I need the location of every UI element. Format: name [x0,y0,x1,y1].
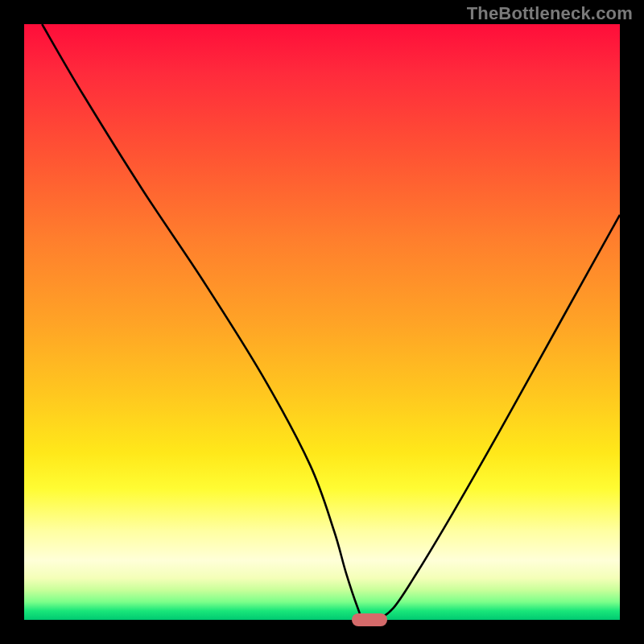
bottleneck-curve [24,24,620,620]
watermark-text: TheBottleneck.com [467,3,633,24]
minimum-marker [352,613,387,626]
chart-container: TheBottleneck.com [0,0,644,644]
